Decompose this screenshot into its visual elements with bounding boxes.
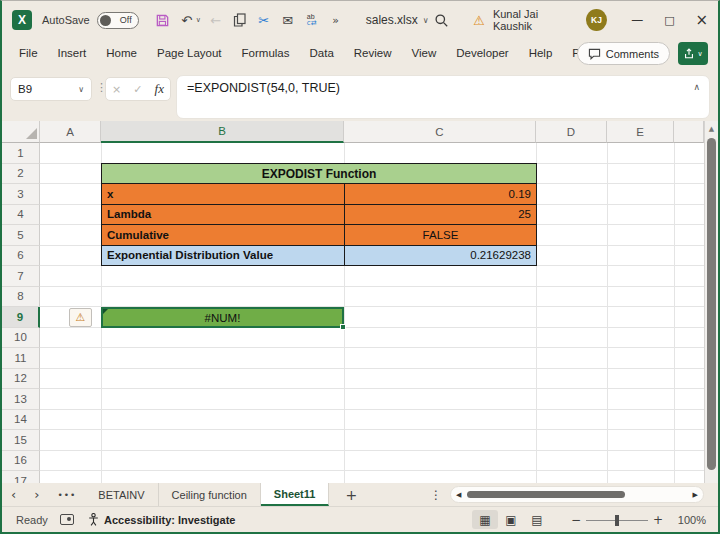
accessibility-status[interactable]: Accessibility: Investigate <box>88 513 235 526</box>
tab-formulas[interactable]: Formulas <box>232 39 300 67</box>
zoom-out-button[interactable]: − <box>566 513 586 527</box>
scroll-left-icon[interactable]: ◀ <box>456 491 461 499</box>
tab-data[interactable]: Data <box>300 39 344 67</box>
fill-handle[interactable] <box>340 324 346 330</box>
copy-button[interactable] <box>228 8 252 32</box>
tab-home[interactable]: Home <box>96 39 147 67</box>
row-header-11[interactable]: 11 <box>2 348 40 369</box>
row-cells-10[interactable] <box>40 328 704 349</box>
horizontal-scrollbar-thumb[interactable] <box>467 491 625 498</box>
excel-app-icon[interactable]: X <box>12 10 32 30</box>
cell-c4[interactable]: 25 <box>345 205 536 225</box>
vertical-scrollbar[interactable]: ▲ <box>704 121 718 483</box>
scroll-up-icon[interactable]: ▲ <box>705 121 718 133</box>
comments-button[interactable]: Comments <box>577 42 670 65</box>
row-header-6[interactable]: 6 <box>2 246 40 267</box>
sheet-tab-ceiling-function[interactable]: Ceiling function <box>159 483 261 506</box>
row-header-8[interactable]: 8 <box>2 287 40 308</box>
row-header-1[interactable]: 1 <box>2 143 40 164</box>
row-header-12[interactable]: 12 <box>2 369 40 390</box>
search-button[interactable] <box>429 8 456 32</box>
page-layout-view-button[interactable]: ▣ <box>498 510 524 529</box>
row-header-5[interactable]: 5 <box>2 225 40 246</box>
row-cells-8[interactable] <box>40 287 704 308</box>
column-header-d[interactable]: D <box>536 121 607 143</box>
column-header-a[interactable]: A <box>40 121 101 143</box>
zoom-slider-thumb[interactable] <box>615 515 619 526</box>
close-button[interactable]: × <box>686 5 718 35</box>
zoom-level[interactable]: 100% <box>668 514 706 526</box>
row-header-7[interactable]: 7 <box>2 266 40 287</box>
sheet-scroll-left-button[interactable]: ‹ <box>2 483 25 506</box>
row-header-17[interactable]: 17 <box>2 471 40 483</box>
all-sheets-button[interactable]: ••• <box>48 483 85 506</box>
row-cells-16[interactable] <box>40 451 704 472</box>
tab-file[interactable]: File <box>2 39 48 67</box>
collapse-formula-bar-icon[interactable]: ∧ <box>693 82 700 92</box>
cell-c5[interactable]: FALSE <box>345 225 536 245</box>
cut-button[interactable]: ✂ <box>252 8 276 32</box>
column-header-partial[interactable] <box>674 121 704 143</box>
name-box-chevron-icon[interactable]: ∨ <box>78 85 84 94</box>
row-cells-15[interactable] <box>40 430 704 451</box>
new-sheet-button[interactable]: + <box>329 483 373 506</box>
tab-page-layout[interactable]: Page Layout <box>147 39 232 67</box>
cell-c3[interactable]: 0.19 <box>345 184 536 204</box>
minimize-button[interactable]: — <box>621 5 653 35</box>
row-header-4[interactable]: 4 <box>2 205 40 226</box>
row-cells-7[interactable] <box>40 266 704 287</box>
share-button[interactable]: ∨ <box>678 42 708 65</box>
scroll-right-icon[interactable]: ▶ <box>693 491 698 499</box>
tab-insert[interactable]: Insert <box>48 39 97 67</box>
sheet-tab-sheet11[interactable]: Sheet11 <box>261 483 330 506</box>
normal-view-button[interactable]: ▦ <box>472 510 498 529</box>
save-button[interactable] <box>151 8 175 32</box>
email-button[interactable]: ✉ <box>276 8 300 32</box>
cell-b6[interactable]: Exponential Distribution Value <box>102 246 345 266</box>
cell-b3[interactable]: x <box>102 184 345 204</box>
cell-b4[interactable]: Lambda <box>102 205 345 225</box>
row-header-13[interactable]: 13 <box>2 389 40 410</box>
tab-view[interactable]: View <box>402 39 447 67</box>
table-title-cell[interactable]: EXPODIST Function <box>101 163 537 184</box>
qat-overflow-button[interactable]: » <box>324 8 348 32</box>
row-cells-1[interactable] <box>40 143 704 164</box>
row-header-14[interactable]: 14 <box>2 410 40 431</box>
autosave-toggle[interactable]: Off <box>97 12 139 29</box>
insert-function-button[interactable]: fx <box>155 81 164 97</box>
cell-b5[interactable]: Cumulative <box>102 225 345 245</box>
row-header-2[interactable]: 2 <box>2 164 40 185</box>
selected-cell-b9[interactable]: #NUM! <box>101 307 344 328</box>
row-cells-17[interactable] <box>40 471 704 483</box>
row-header-15[interactable]: 15 <box>2 430 40 451</box>
select-all-corner[interactable] <box>2 121 40 143</box>
cell-c6[interactable]: 0.21629238 <box>345 246 536 266</box>
sheet-scroll-right-button[interactable]: › <box>25 483 48 506</box>
column-header-c[interactable]: C <box>344 121 536 143</box>
tab-help[interactable]: Help <box>519 39 563 67</box>
maximize-button[interactable]: □ <box>653 5 685 35</box>
row-header-9[interactable]: 9 <box>2 307 40 328</box>
zoom-slider[interactable] <box>586 513 648 527</box>
column-header-b[interactable]: B <box>101 121 344 143</box>
row-header-10[interactable]: 10 <box>2 328 40 349</box>
undo-dropdown-chevron-icon[interactable]: ∨ <box>196 16 204 24</box>
row-cells-14[interactable] <box>40 410 704 431</box>
sheet-bar-menu-icon[interactable]: ⋮ <box>430 483 442 507</box>
document-title[interactable]: sales.xlsx ∨ <box>366 13 429 27</box>
name-box[interactable]: B9 ∨ <box>10 77 92 101</box>
tab-review[interactable]: Review <box>344 39 402 67</box>
formula-input[interactable]: =EXPONDIST(54,0, TRUE) ∧ <box>176 75 710 119</box>
row-cells-13[interactable] <box>40 389 704 410</box>
vertical-scrollbar-thumb[interactable] <box>707 138 716 470</box>
row-cells-11[interactable] <box>40 348 704 369</box>
sheet-tab-betainv[interactable]: BETAINV <box>85 483 158 506</box>
translate-button[interactable]: ab c⇄ <box>300 8 324 32</box>
row-header-3[interactable]: 3 <box>2 184 40 205</box>
user-name[interactable]: Kunal Jai Kaushik <box>493 8 576 32</box>
row-cells-12[interactable] <box>40 369 704 390</box>
record-macro-icon[interactable] <box>60 514 74 525</box>
page-break-preview-button[interactable]: ▤ <box>524 510 550 529</box>
error-options-button[interactable]: ⚠ <box>69 308 92 327</box>
zoom-in-button[interactable]: + <box>648 513 668 527</box>
